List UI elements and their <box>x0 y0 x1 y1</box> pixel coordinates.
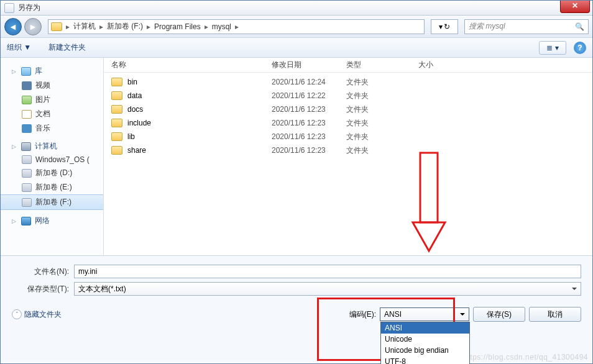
save-button[interactable]: 保存(S) <box>473 307 525 322</box>
help-button[interactable]: ? <box>574 42 586 54</box>
crumb-mysql[interactable]: mysql <box>209 22 234 31</box>
folder-icon <box>111 78 122 86</box>
sidebar-computer-head[interactable]: ▷计算机 <box>1 139 103 153</box>
new-folder-button[interactable]: 新建文件夹 <box>48 42 86 53</box>
encoding-label: 编码(E): <box>349 309 376 320</box>
encoding-combo[interactable]: ANSI ANSIUnicodeUnicode big endianUTF-8 <box>380 307 469 321</box>
file-list: bin2020/11/6 12:24文件夹data2020/11/6 12:22… <box>104 73 592 157</box>
close-button[interactable]: ✕ <box>560 1 590 13</box>
hide-folders-toggle[interactable]: ˄ 隐藏文件夹 <box>12 309 62 320</box>
body-area: ▷库 视频 图片 文档 音乐 ▷计算机 Windows7_OS ( 新加卷 (D… <box>1 58 592 255</box>
chevron-up-icon: ˄ <box>12 309 22 319</box>
encoding-option[interactable]: Unicode big endian <box>381 345 469 356</box>
sidebar-network-head[interactable]: ▷网络 <box>1 214 103 228</box>
sidebar-item-pictures[interactable]: 图片 <box>1 93 103 107</box>
cancel-button[interactable]: 取消 <box>529 307 581 322</box>
table-row[interactable]: include2020/11/6 12:23文件夹 <box>104 116 592 130</box>
crumb-progfiles[interactable]: Program Files <box>152 22 203 31</box>
sidebar-item-osdrive[interactable]: Windows7_OS ( <box>1 153 103 166</box>
table-row[interactable]: share2020/11/6 12:23文件夹 <box>104 143 592 157</box>
folder-icon <box>111 146 122 155</box>
folder-icon <box>111 119 122 127</box>
encoding-option[interactable]: ANSI <box>381 322 469 334</box>
table-row[interactable]: docs2020/11/6 12:23文件夹 <box>104 102 592 116</box>
save-as-dialog: 另存为 ✕ ◄ ► ▸ 计算机 ▸ 新加卷 (F:) ▸ Program Fil… <box>0 0 593 364</box>
savetype-combo[interactable]: 文本文档(*.txt) <box>74 282 581 296</box>
sidebar-item-documents[interactable]: 文档 <box>1 107 103 121</box>
refresh-button[interactable]: ▾↻ <box>431 19 458 34</box>
sidebar-item-drive-d[interactable]: 新加卷 (D:) <box>1 166 103 180</box>
search-input[interactable]: 搜索 mysql 🔍 <box>464 19 589 34</box>
folder-icon <box>111 132 122 141</box>
address-bar[interactable]: ▸ 计算机 ▸ 新加卷 (F:) ▸ Program Files ▸ mysql… <box>48 19 425 34</box>
folder-icon <box>111 91 122 100</box>
sidebar-item-music[interactable]: 音乐 <box>1 121 103 135</box>
table-row[interactable]: bin2020/11/6 12:24文件夹 <box>104 75 592 89</box>
watermark: https://blog.csdn.net/qq_41300494 <box>463 353 588 362</box>
col-type[interactable]: 类型 <box>346 60 418 70</box>
search-icon: 🔍 <box>575 22 584 31</box>
crumb-computer[interactable]: 计算机 <box>71 21 98 32</box>
col-date[interactable]: 修改日期 <box>272 60 346 70</box>
encoding-option[interactable]: UTF-8 <box>381 356 469 364</box>
forward-button[interactable]: ► <box>24 18 42 35</box>
toolbar: 组织 ▼ 新建文件夹 ≣ ▾ ? <box>1 38 592 58</box>
filename-input[interactable] <box>74 265 581 278</box>
sidebar-item-drive-e[interactable]: 新加卷 (E:) <box>1 180 103 194</box>
folder-icon <box>111 105 122 114</box>
encoding-option[interactable]: Unicode <box>381 334 469 345</box>
filename-label: 文件名(N): <box>12 266 74 277</box>
table-row[interactable]: lib2020/11/6 12:23文件夹 <box>104 130 592 143</box>
back-button[interactable]: ◄ <box>4 18 22 35</box>
bottom-panel: 文件名(N): 保存类型(T): 文本文档(*.txt) ˄ 隐藏文件夹 编码(… <box>1 255 592 362</box>
organize-button[interactable]: 组织 ▼ <box>7 42 31 53</box>
col-size[interactable]: 大小 <box>418 60 468 70</box>
search-placeholder: 搜索 mysql <box>469 21 505 32</box>
sidebar-item-video[interactable]: 视频 <box>1 78 103 93</box>
titlebar: 另存为 ✕ <box>1 1 592 16</box>
col-name[interactable]: 名称 <box>111 60 272 70</box>
window-title: 另存为 <box>18 2 40 13</box>
sidebar-library-head[interactable]: ▷库 <box>1 64 103 78</box>
folder-icon <box>51 22 62 31</box>
column-headers: 名称 修改日期 类型 大小 <box>104 58 592 73</box>
file-pane: 名称 修改日期 类型 大小 bin2020/11/6 12:24文件夹data2… <box>104 58 592 255</box>
crumb-drive[interactable]: 新加卷 (F:) <box>104 21 145 32</box>
view-mode-button[interactable]: ≣ ▾ <box>539 41 566 55</box>
table-row[interactable]: data2020/11/6 12:22文件夹 <box>104 89 592 102</box>
nav-row: ◄ ► ▸ 计算机 ▸ 新加卷 (F:) ▸ Program Files ▸ m… <box>1 16 592 38</box>
encoding-dropdown: ANSIUnicodeUnicode big endianUTF-8 <box>380 322 470 364</box>
app-icon <box>4 3 14 13</box>
savetype-label: 保存类型(T): <box>12 284 74 294</box>
sidebar: ▷库 视频 图片 文档 音乐 ▷计算机 Windows7_OS ( 新加卷 (D… <box>1 58 104 255</box>
sidebar-item-drive-f[interactable]: 新加卷 (F:) <box>1 194 103 210</box>
